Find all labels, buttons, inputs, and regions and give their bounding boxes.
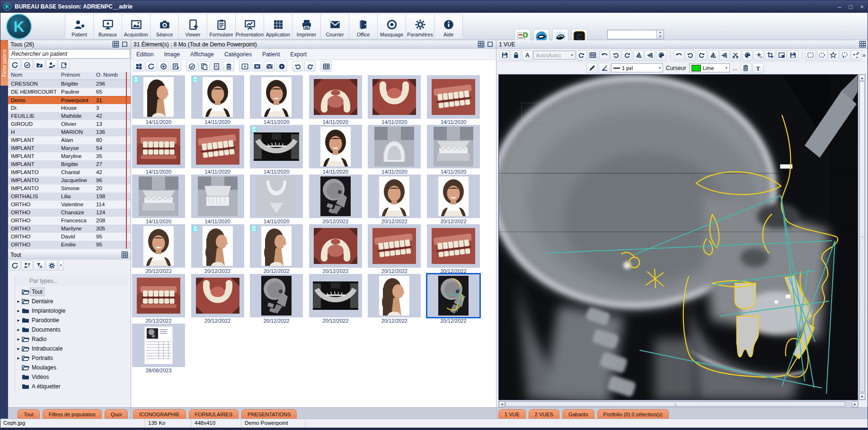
toolbar-button-office[interactable]: Office bbox=[349, 14, 378, 39]
iconography-record-button[interactable] bbox=[158, 61, 169, 71]
iconography-form-button[interactable] bbox=[170, 61, 181, 71]
img-flip-h-button[interactable] bbox=[633, 50, 644, 61]
img-undo-button[interactable] bbox=[599, 50, 610, 61]
thumbnail-intraoral-side[interactable]: 20/12/2022 bbox=[368, 224, 421, 274]
toolbar-button-viewer[interactable]: Viewer bbox=[178, 14, 207, 39]
select-wand-button[interactable] bbox=[851, 50, 861, 61]
tree-item-a-tiquetter[interactable]: A étiquetter bbox=[15, 382, 130, 391]
thumbnail-portrait-smile[interactable]: 14/11/2020 bbox=[250, 75, 303, 125]
thumbnail-portrait-smile[interactable]: 14/11/2020 bbox=[309, 125, 362, 175]
horizontal-scrollbar[interactable]: ◄ || ► bbox=[498, 401, 859, 408]
edit-flip-v-button[interactable] bbox=[719, 50, 730, 61]
vertical-scrollbar[interactable]: ▲ ≡ ▼ bbox=[859, 74, 866, 400]
patient-row[interactable]: DE HEMRICOURTPauline65 bbox=[8, 88, 131, 96]
thumbnail-intraoral-side[interactable]: 20/12/2022 bbox=[427, 224, 480, 274]
select-sel-ellipse-button[interactable] bbox=[817, 50, 827, 61]
tab-filtres-de-population[interactable]: Filtres de population bbox=[43, 409, 102, 419]
patient-row[interactable]: HMARION136 bbox=[8, 128, 131, 136]
filter-funnel-a-button[interactable]: A bbox=[34, 260, 45, 271]
toolbar-button-paramètres[interactable]: Paramètres bbox=[406, 14, 434, 39]
zoom-combo[interactable]: Auto(Auto)▾ bbox=[533, 51, 576, 60]
patient-row[interactable]: ORTHODavid95 bbox=[8, 233, 131, 241]
tab-tout[interactable]: Tout bbox=[18, 409, 40, 419]
filter-refresh-button[interactable] bbox=[9, 260, 20, 271]
patient-csv-export-button[interactable] bbox=[58, 60, 70, 70]
thumbnail-model-side[interactable]: 14/11/2020 bbox=[132, 175, 185, 224]
tree-item-intrabuccale[interactable]: ►Intrabuccale bbox=[15, 344, 130, 353]
iconography-refresh-button[interactable] bbox=[145, 61, 157, 71]
thumbnail-document[interactable]: 28/08/2023 bbox=[132, 324, 185, 373]
iconography-play-box-button[interactable] bbox=[239, 61, 250, 71]
img-rotate-l-button[interactable] bbox=[611, 50, 621, 61]
patient-row[interactable]: DemoPowerpoint31 bbox=[8, 96, 131, 104]
edit-save-button[interactable] bbox=[788, 50, 798, 61]
scroll-up-icon[interactable]: ▲ bbox=[859, 75, 865, 81]
tree-item-tout[interactable]: Tout bbox=[15, 287, 130, 297]
thumbnail-intraoral-side[interactable]: 14/11/2020 bbox=[191, 125, 244, 175]
edit-undo-button[interactable] bbox=[673, 50, 684, 61]
patient-row[interactable]: Dr.House3 bbox=[8, 104, 131, 112]
patient-refresh-button[interactable] bbox=[9, 60, 20, 70]
iconography-disc-button[interactable] bbox=[276, 61, 287, 71]
edit-crop-button[interactable] bbox=[765, 50, 775, 61]
edit-palette-button[interactable] bbox=[742, 50, 753, 61]
toolbar-button-patient[interactable]: Patient bbox=[65, 14, 94, 39]
edit-rotate-r-button[interactable] bbox=[697, 50, 707, 61]
thumbnail-occlusal-lower[interactable]: 20/12/2022 bbox=[191, 274, 244, 324]
annot-trash-button[interactable] bbox=[740, 63, 752, 73]
iconography-copy-button[interactable] bbox=[198, 61, 210, 71]
maximize-button[interactable]: □ bbox=[849, 3, 853, 10]
patient-row[interactable]: CRESSONBrigitte296 bbox=[8, 80, 131, 88]
tab-fiche-patient[interactable]: Fiche patient bbox=[0, 40, 8, 86]
horizontal-scroll-thumb[interactable]: || bbox=[505, 402, 845, 407]
edit-scissors-button[interactable] bbox=[731, 50, 741, 61]
tree-item-implantologie[interactable]: ►Implantologie bbox=[15, 306, 130, 316]
scroll-left-icon[interactable]: ◄ bbox=[499, 401, 505, 407]
vertical-scroll-thumb[interactable]: ≡ bbox=[859, 81, 865, 392]
tree-item-documents[interactable]: ►Documents bbox=[15, 325, 130, 334]
edit-frame-button[interactable] bbox=[776, 50, 787, 61]
tree-item-portraits[interactable]: ►Portraits bbox=[15, 353, 130, 363]
patient-row[interactable]: IMPLANTBrigitte27 bbox=[8, 160, 131, 168]
iconography-rotate-r-button[interactable] bbox=[304, 61, 316, 71]
quick-search-combo[interactable]: ▲▼ bbox=[607, 30, 664, 39]
thumbnail-panoramic-xray[interactable]: 20/12/2022 bbox=[309, 274, 362, 324]
iconography-trash-button[interactable] bbox=[223, 61, 234, 71]
scroll-down-icon[interactable]: ▼ bbox=[859, 394, 865, 400]
tree-item-radio[interactable]: ►Radio bbox=[15, 334, 130, 344]
patient-row[interactable]: ORTHOEmilie95 bbox=[8, 241, 131, 249]
img-rotate-r-button[interactable] bbox=[622, 50, 632, 61]
stroke-width-combo[interactable]: 1 pxl▾ bbox=[611, 63, 663, 72]
patient-row[interactable]: IMPLANTOJacqueline96 bbox=[8, 176, 131, 184]
tree-item-dentaire[interactable]: ►Dentaire bbox=[15, 297, 130, 306]
edit-flip-h-button[interactable] bbox=[708, 50, 718, 61]
patient-folder-check-button[interactable] bbox=[34, 60, 45, 70]
thumbnail-ceph-traced[interactable]: 20/12/2022 bbox=[427, 274, 480, 324]
thumbnail-portrait-smile-2[interactable]: 20/12/2022 bbox=[427, 175, 480, 224]
thumbnail-panoramic-xray[interactable]: 14/11/2020 bbox=[250, 125, 303, 175]
thumbnail-ceph-xray[interactable]: 20/12/2022 bbox=[309, 175, 362, 224]
thumbnail-occlusal-lower[interactable]: 14/11/2020 bbox=[368, 75, 421, 125]
thumbnail-portrait-profile[interactable]: 14/11/2020 bbox=[132, 75, 185, 125]
patient-row[interactable]: ORTHOChanaize124 bbox=[8, 209, 131, 217]
tab-1-vue[interactable]: 1 VUE bbox=[498, 409, 526, 419]
expand-arrow-icon[interactable]: ► bbox=[15, 328, 22, 332]
img-rotate-r-button[interactable] bbox=[576, 50, 587, 61]
patient-row[interactable]: IMPLANTMaryline35 bbox=[8, 152, 131, 160]
thumbnail-model-arch[interactable]: 14/11/2020 bbox=[250, 175, 303, 224]
menu-image[interactable]: Image bbox=[159, 51, 185, 58]
toolbar-button-application[interactable]: Application bbox=[264, 14, 292, 39]
thumbnail-model-front[interactable]: 14/11/2020 bbox=[191, 175, 244, 224]
close-button[interactable]: × bbox=[860, 3, 864, 10]
expand-arrow-icon[interactable]: ► bbox=[15, 299, 22, 304]
thumbnail-portrait-profile-smile-2[interactable]: 20/12/2022 bbox=[250, 224, 303, 274]
toolbar-button-bureaux[interactable]: Bureaux bbox=[93, 14, 122, 39]
tab-2-vues[interactable]: 2 VUES bbox=[529, 409, 559, 419]
toolbar-button-acquisition[interactable]: Acquisition bbox=[122, 14, 151, 39]
iconography-mail-x-button[interactable] bbox=[251, 61, 263, 71]
patient-row[interactable]: IMPLANTOSimone20 bbox=[8, 184, 131, 193]
tab-iconographie[interactable]: ICONOGRAPHIE bbox=[133, 409, 186, 419]
view-save-button[interactable] bbox=[499, 50, 510, 61]
expand-arrow-icon[interactable]: ► bbox=[15, 337, 22, 342]
edit-rotate-l-button[interactable] bbox=[685, 50, 696, 61]
